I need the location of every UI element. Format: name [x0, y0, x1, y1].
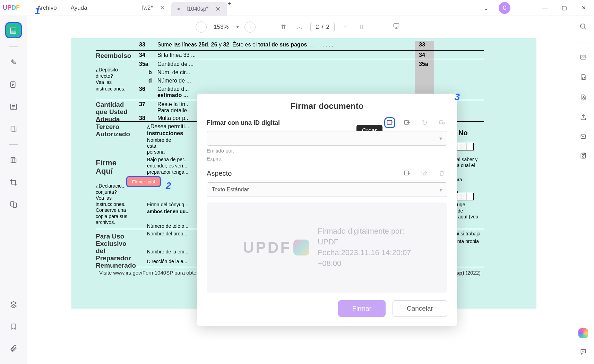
attachment-button[interactable]	[5, 342, 22, 356]
compare-button[interactable]	[5, 198, 22, 211]
ocr-icon[interactable]: OCR	[579, 54, 587, 62]
main-content: − 153% ▼ + ⇈ ︿ 2 / 2 ﹀ ⇊	[27, 16, 572, 364]
line-35a-text: Cantidad de ...	[157, 61, 193, 67]
close-icon[interactable]: ✕	[215, 5, 221, 13]
zoom-level: 153%	[214, 24, 229, 31]
first-page-button[interactable]: ⇈	[278, 23, 289, 31]
maximize-button[interactable]: ▢	[559, 3, 569, 13]
left-sidebar: ▤ 1 ✎	[0, 16, 27, 364]
sign-here-button[interactable]: Firmar aquí	[126, 176, 161, 187]
organize-button[interactable]	[5, 122, 22, 136]
line-36-text2: estimado ...	[157, 92, 188, 98]
right-rail: OCR	[572, 16, 594, 364]
svg-rect-8	[387, 120, 392, 124]
section-tercero: Tercero Autorizado	[96, 123, 130, 138]
line-37-num: 37	[139, 101, 145, 107]
section-cantidad: Cantidad que Usted Adeuda	[96, 101, 128, 123]
cancel-button[interactable]: Cancelar	[393, 300, 447, 317]
last-page-button[interactable]: ⇊	[356, 23, 367, 31]
aspect-select[interactable]: Texto Estándar ▾	[207, 182, 447, 197]
tab-strip: fw2* ✕ f1040sp* ✕ ＋	[136, 0, 232, 16]
add-appearance-button[interactable]	[402, 168, 413, 179]
tab-label: fw2*	[142, 5, 153, 11]
svg-point-20	[582, 156, 584, 157]
nombre-empresa: Nombre de la em...	[147, 249, 188, 254]
layers-button[interactable]	[5, 297, 22, 311]
chevron-down-icon[interactable]: ⌄	[483, 4, 489, 12]
email-icon[interactable]	[579, 133, 587, 141]
separator	[525, 5, 525, 11]
line-38-num: 38	[139, 115, 145, 121]
save-icon[interactable]	[580, 152, 587, 161]
document-viewport[interactable]: 33 Sume las líneas 25d, 26 y 32. Éste es…	[27, 38, 572, 364]
titlebar: UPDF Archivo Ayuda fw2* ✕ f1040sp* ✕ ＋ ⌄…	[0, 0, 594, 16]
share-icon[interactable]	[579, 114, 587, 123]
preview-logo: UPDF	[243, 239, 310, 256]
section-preparador: Para Uso Exclusivo del Preparador Remune…	[96, 233, 136, 269]
delete-appearance-button[interactable]	[436, 168, 447, 179]
zoom-dropdown-icon[interactable]: ▼	[235, 25, 240, 29]
create-id-button[interactable]	[384, 117, 395, 128]
separator	[378, 22, 378, 32]
sign-button[interactable]: Firmar	[338, 300, 386, 317]
section-firme: Firme Aquí	[96, 159, 117, 175]
close-button[interactable]: ✕	[579, 3, 588, 13]
view-button[interactable]	[436, 117, 447, 128]
svg-rect-12	[405, 171, 409, 175]
separator	[9, 144, 18, 145]
line-d: d	[148, 78, 152, 84]
bookmark-button[interactable]	[5, 320, 22, 333]
tab-fw2[interactable]: fw2* ✕	[136, 0, 171, 16]
presentation-button[interactable]	[389, 23, 403, 31]
minimize-button[interactable]: —	[540, 3, 550, 13]
next-page-button[interactable]: ﹀	[339, 23, 351, 31]
separator	[9, 46, 18, 47]
redact-button[interactable]	[5, 153, 22, 167]
firme-t1: Bajo pena de per...	[147, 157, 188, 162]
zoom-out-button[interactable]: −	[196, 21, 207, 33]
reader-mode-button[interactable]: ▤	[5, 22, 22, 38]
declaration-note: ¿Declaració... conjunta? Vea las instruc…	[96, 183, 127, 226]
ambos: ambos tienen qu...	[147, 209, 190, 214]
form-button[interactable]	[5, 100, 22, 114]
firma-conyuge: Firma del cónyug...	[147, 202, 188, 207]
annotation-step-2: 2	[166, 180, 171, 191]
r-no: No	[458, 129, 468, 137]
brand-icon[interactable]	[578, 328, 588, 338]
page-indicator[interactable]: 2 / 2	[310, 22, 335, 32]
direccion-empresa: Dirección de la e...	[147, 259, 187, 264]
search-icon[interactable]	[579, 23, 587, 32]
line-38-text: Multa por p...	[157, 115, 190, 121]
convert-icon[interactable]	[580, 73, 587, 83]
desea-text: ¿Desea permiti...	[147, 123, 189, 130]
menu-help[interactable]: Ayuda	[64, 5, 94, 11]
annotate-button[interactable]: ✎	[5, 55, 22, 69]
line-35a-num: 35a	[139, 61, 148, 67]
edit-pdf-button[interactable]	[5, 78, 22, 92]
dot-icon	[178, 8, 180, 10]
edit-appearance-button[interactable]	[419, 168, 430, 179]
svg-rect-4	[12, 159, 16, 163]
line-d-text: Número de ...	[157, 78, 191, 84]
aspect-select-value: Texto Estándar	[212, 187, 249, 193]
close-icon[interactable]: ✕	[160, 4, 165, 12]
line-b-text: Núm. de cir...	[157, 69, 190, 76]
firme-t3: preparador tenga...	[147, 169, 188, 175]
digital-id-select[interactable]: ▾	[207, 131, 447, 146]
avatar[interactable]: C	[499, 2, 510, 14]
import-id-button[interactable]	[402, 117, 413, 128]
comment-icon[interactable]	[579, 348, 587, 357]
tab-label: f1040sp*	[187, 6, 208, 12]
crop-button[interactable]	[5, 175, 22, 189]
separator	[267, 22, 267, 32]
zoom-in-button[interactable]: +	[244, 21, 256, 33]
prev-page-button[interactable]: ︿	[294, 23, 305, 31]
refresh-button[interactable]: ↻	[419, 117, 430, 128]
protect-icon[interactable]	[580, 93, 587, 103]
tab-f1040sp[interactable]: f1040sp* ✕	[171, 2, 227, 16]
svg-rect-17	[583, 98, 584, 99]
line-35ar: 35a	[419, 61, 428, 67]
new-tab-button[interactable]: ＋	[227, 0, 232, 16]
page-total: 2	[326, 24, 329, 31]
preview-info: Firmado digitalmente por: UPDF Fecha:202…	[318, 226, 411, 269]
